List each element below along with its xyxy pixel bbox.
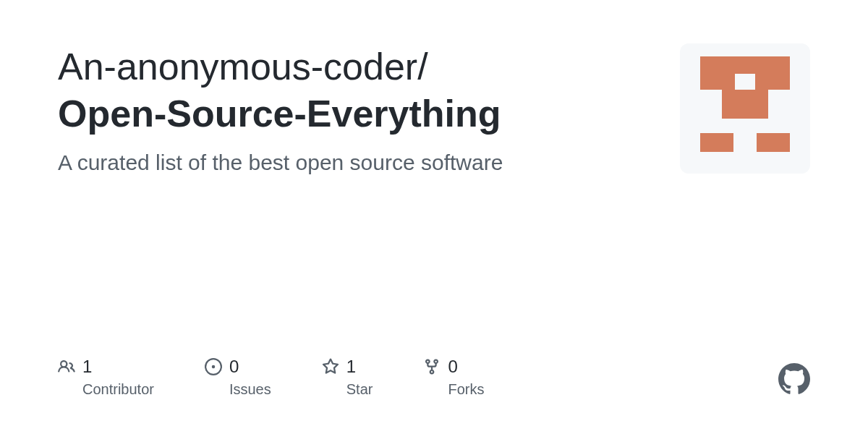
repo-forked-icon xyxy=(423,358,441,375)
stat-contributors-count: 1 xyxy=(82,357,92,377)
repo-avatar xyxy=(680,43,810,174)
header: An-anonymous-coder/ Open-Source-Everythi… xyxy=(58,43,810,175)
stats-row: 1 Contributor 0 Issues 1 xyxy=(58,357,484,398)
repo-social-card: An-anonymous-coder/ Open-Source-Everythi… xyxy=(0,0,868,434)
stat-forks-label: Forks xyxy=(423,381,484,398)
stat-forks: 0 Forks xyxy=(423,357,484,398)
repo-owner: An-anonymous-coder xyxy=(58,46,417,88)
stat-issues-count: 0 xyxy=(229,357,239,377)
people-icon xyxy=(58,358,75,375)
title-block: An-anonymous-coder/ Open-Source-Everythi… xyxy=(58,43,651,175)
repo-name: Open-Source-Everything xyxy=(58,90,651,137)
footer: 1 Contributor 0 Issues 1 xyxy=(58,357,810,398)
stat-stars: 1 Star xyxy=(322,357,373,398)
stat-contributors-label: Contributor xyxy=(58,381,154,398)
path-separator: / xyxy=(417,46,427,88)
svg-rect-2 xyxy=(722,90,768,119)
stat-issues: 0 Issues xyxy=(205,357,271,398)
svg-rect-3 xyxy=(700,133,733,152)
stat-stars-count: 1 xyxy=(346,357,356,377)
stat-forks-count: 0 xyxy=(448,357,457,377)
star-icon xyxy=(322,358,339,375)
stat-contributors: 1 Contributor xyxy=(58,357,154,398)
identicon-icon xyxy=(693,56,797,161)
stat-issues-label: Issues xyxy=(205,381,271,398)
github-mark-icon xyxy=(778,363,810,398)
svg-rect-4 xyxy=(757,133,790,152)
repo-description: A curated list of the best open source s… xyxy=(58,150,651,175)
stat-stars-label: Star xyxy=(322,381,373,398)
issue-opened-icon xyxy=(205,358,222,375)
repo-path: An-anonymous-coder/ Open-Source-Everythi… xyxy=(58,43,651,137)
